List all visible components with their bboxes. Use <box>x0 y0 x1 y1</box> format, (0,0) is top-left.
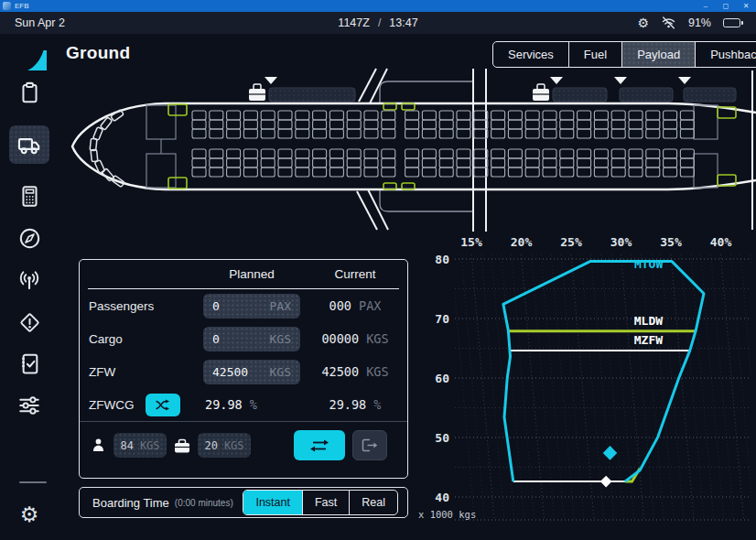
seat[interactable] <box>405 167 419 177</box>
seat[interactable] <box>629 149 643 158</box>
seat[interactable] <box>296 149 309 158</box>
seat[interactable] <box>382 167 395 177</box>
sidebar-item-ground[interactable] <box>9 125 49 164</box>
seat[interactable] <box>278 129 292 138</box>
seat[interactable] <box>543 111 556 120</box>
seat[interactable] <box>525 111 539 120</box>
aft-baggage-marker[interactable] <box>614 77 627 84</box>
passengers-input[interactable]: 0 PAX <box>203 294 300 319</box>
seat[interactable] <box>629 111 643 120</box>
seat[interactable] <box>347 158 361 167</box>
seat[interactable] <box>278 167 292 177</box>
seat[interactable] <box>680 167 694 177</box>
seat[interactable] <box>560 149 574 158</box>
seat[interactable] <box>491 111 505 120</box>
aft-bulk-marker[interactable] <box>678 77 691 84</box>
seat[interactable] <box>560 129 574 138</box>
seat[interactable] <box>296 129 309 138</box>
seat[interactable] <box>278 149 292 158</box>
seat[interactable] <box>329 167 343 177</box>
seat[interactable] <box>192 167 206 177</box>
seat[interactable] <box>329 111 343 120</box>
seat[interactable] <box>646 120 660 129</box>
seat[interactable] <box>422 129 436 138</box>
seat[interactable] <box>261 120 275 129</box>
seat[interactable] <box>491 149 505 158</box>
seat[interactable] <box>382 158 395 167</box>
boarding-option-fast[interactable]: Fast <box>302 491 349 514</box>
seat[interactable] <box>347 149 361 158</box>
seat[interactable] <box>261 129 275 138</box>
seat[interactable] <box>457 149 470 158</box>
seat[interactable] <box>525 129 539 138</box>
seat[interactable] <box>329 120 343 129</box>
seat[interactable] <box>680 158 694 167</box>
close-button[interactable]: ✕ <box>736 2 756 10</box>
seat[interactable] <box>405 149 419 158</box>
seat[interactable] <box>227 111 241 120</box>
seat[interactable] <box>313 167 327 177</box>
minimize-button[interactable]: – <box>696 2 716 10</box>
seat[interactable] <box>278 158 292 167</box>
seat[interactable] <box>594 167 608 177</box>
seat[interactable] <box>364 120 378 129</box>
seat[interactable] <box>210 129 223 138</box>
seat[interactable] <box>313 158 327 167</box>
seat[interactable] <box>664 129 677 138</box>
seat[interactable] <box>192 158 206 167</box>
boarding-option-real[interactable]: Real <box>349 491 397 514</box>
seat[interactable] <box>210 158 223 167</box>
seat[interactable] <box>664 111 677 120</box>
seat[interactable] <box>347 111 361 120</box>
maximize-button[interactable]: ◻ <box>716 2 736 10</box>
tab-pushback[interactable]: Pushback <box>695 42 756 67</box>
seat[interactable] <box>296 111 309 120</box>
cargo-input[interactable]: 0 KGS <box>203 327 300 351</box>
sidebar-item-performance[interactable] <box>9 177 49 215</box>
seat[interactable] <box>243 149 257 158</box>
seat[interactable] <box>227 149 241 158</box>
seat[interactable] <box>422 120 436 129</box>
seat[interactable] <box>210 167 223 177</box>
seat[interactable] <box>457 111 470 120</box>
seat[interactable] <box>296 158 309 167</box>
seat[interactable] <box>578 111 591 120</box>
per-pax-weight-input[interactable]: 84KGS <box>113 433 167 458</box>
tab-services[interactable]: Services <box>493 42 568 67</box>
seat[interactable] <box>192 111 206 120</box>
seat[interactable] <box>578 149 591 158</box>
seat[interactable] <box>313 120 327 129</box>
seat[interactable] <box>227 158 241 167</box>
seat[interactable] <box>382 120 395 129</box>
seat[interactable] <box>210 111 223 120</box>
seat[interactable] <box>364 167 378 177</box>
seat[interactable] <box>629 120 643 129</box>
seat[interactable] <box>578 158 591 167</box>
seat[interactable] <box>347 129 361 138</box>
tab-fuel[interactable]: Fuel <box>568 42 621 67</box>
seat[interactable] <box>243 167 257 177</box>
seat[interactable] <box>382 149 395 158</box>
seat[interactable] <box>594 120 608 129</box>
per-bag-weight-input[interactable]: 20KGS <box>198 433 251 458</box>
seat[interactable] <box>629 129 643 138</box>
seat[interactable] <box>664 158 677 167</box>
seat[interactable] <box>578 120 591 129</box>
seat[interactable] <box>243 120 257 129</box>
fwd-cargo-marker[interactable] <box>265 77 277 84</box>
tab-payload[interactable]: Payload <box>621 42 695 67</box>
seat[interactable] <box>313 129 327 138</box>
aft-container-marker[interactable] <box>550 77 563 84</box>
seat[interactable] <box>508 158 522 167</box>
seat[interactable] <box>405 120 419 129</box>
deboard-button[interactable] <box>352 430 387 460</box>
seat[interactable] <box>646 129 660 138</box>
seat[interactable] <box>560 158 574 167</box>
seat[interactable] <box>664 167 677 177</box>
seat[interactable] <box>192 129 206 138</box>
seat[interactable] <box>457 129 470 138</box>
seat[interactable] <box>296 120 309 129</box>
seat[interactable] <box>296 167 309 177</box>
seat[interactable] <box>422 167 436 177</box>
seat[interactable] <box>439 129 453 138</box>
